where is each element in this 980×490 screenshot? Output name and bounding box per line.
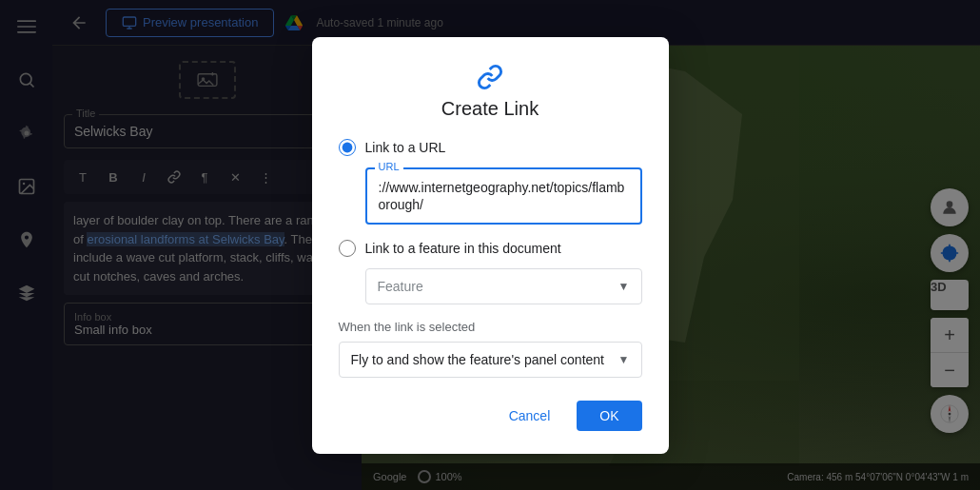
modal-link-icon bbox=[477, 64, 503, 90]
url-option[interactable]: Link to a URL bbox=[339, 139, 642, 156]
url-input-value: ://www.internetgeography.net/topics/flam… bbox=[379, 180, 625, 212]
feature-dropdown[interactable]: Feature ▼ bbox=[365, 268, 642, 304]
modal-header: Create Link bbox=[339, 64, 642, 120]
url-field[interactable]: URL ://www.internetgeography.net/topics/… bbox=[365, 167, 642, 225]
url-field-label: URL bbox=[375, 161, 403, 172]
ok-button[interactable]: OK bbox=[577, 401, 641, 431]
flyto-value: Fly to and show the feature's panel cont… bbox=[351, 352, 605, 367]
modal-overlay: Create Link Link to a URL URL ://www.int… bbox=[0, 0, 980, 490]
flyto-dropdown-arrow: ▼ bbox=[618, 353, 630, 366]
create-link-modal: Create Link Link to a URL URL ://www.int… bbox=[312, 37, 669, 454]
feature-option[interactable]: Link to a feature in this document bbox=[339, 240, 642, 257]
feature-placeholder: Feature bbox=[378, 279, 423, 294]
url-radio[interactable] bbox=[339, 139, 356, 156]
feature-radio[interactable] bbox=[339, 240, 356, 257]
flyto-dropdown[interactable]: Fly to and show the feature's panel cont… bbox=[339, 342, 642, 378]
feature-dropdown-arrow: ▼ bbox=[618, 280, 630, 293]
url-option-label: Link to a URL bbox=[365, 140, 446, 155]
cancel-button[interactable]: Cancel bbox=[490, 401, 570, 431]
modal-title: Create Link bbox=[441, 98, 539, 120]
when-selected-label: When the link is selected bbox=[339, 320, 642, 334]
feature-option-label: Link to a feature in this document bbox=[365, 241, 561, 256]
modal-buttons: Cancel OK bbox=[339, 401, 642, 431]
